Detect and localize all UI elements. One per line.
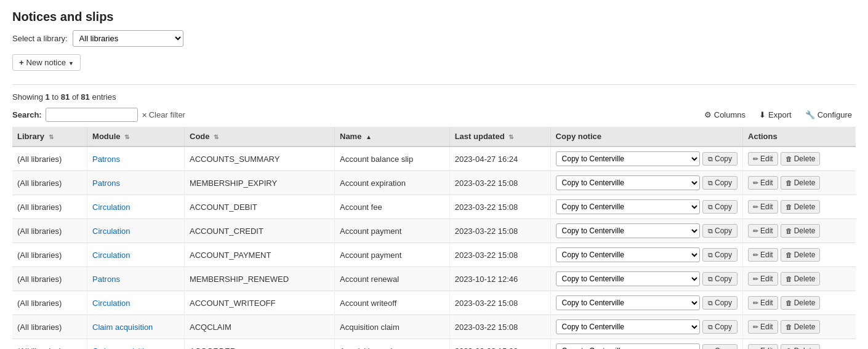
col-code-label: Code [190,132,210,141]
module-link[interactable]: Circulation [92,251,130,260]
edit-label: Edit [760,275,773,283]
cell-code: MEMBERSHIP_RENEWED [185,267,335,291]
cell-library: (All libraries) [12,243,87,267]
module-link[interactable]: Patrons [92,154,120,164]
library-select[interactable]: All libraries Centerville Branch 2 [73,30,183,47]
edit-button[interactable]: Edit [748,152,778,166]
edit-icon [753,227,758,235]
copy-notice-button[interactable]: Copy [702,344,737,349]
cell-name: Acquisition order [335,339,450,350]
delete-button[interactable]: Delete [781,296,821,310]
delete-button[interactable]: Delete [781,176,821,190]
cell-code: ACCOUNT_PAYMENT [185,243,335,267]
cell-copy-notice: Copy to CentervilleCopy to Branch 2Copy [550,146,742,171]
module-link[interactable]: Patrons [92,179,120,188]
columns-label: Columns [714,110,745,119]
module-link[interactable]: Circulation [92,227,130,236]
cell-module: Claim acquisition [87,315,185,339]
col-code[interactable]: Code ⇅ [185,127,335,146]
new-notice-button[interactable]: New notice [12,54,81,71]
cell-code: ACCOUNTS_SUMMARY [185,146,335,171]
copy-notice-button[interactable]: Copy [702,224,737,238]
module-link[interactable]: Patrons [92,275,120,284]
copy-notice-button[interactable]: Copy [702,272,737,286]
copy-notice-button[interactable]: Copy [702,176,737,190]
delete-button[interactable]: Delete [781,320,821,334]
trash-icon [786,227,792,235]
copy-notice-button[interactable]: Copy [702,152,737,166]
cell-copy-notice: Copy to CentervilleCopy to Branch 2Copy [550,195,742,219]
table-row: (All libraries)CirculationACCOUNT_PAYMEN… [12,243,856,267]
col-module[interactable]: Module ⇅ [87,127,185,146]
copy-btn-label: Copy [715,275,732,283]
cell-library: (All libraries) [12,195,87,219]
copy-notice-select[interactable]: Copy to CentervilleCopy to Branch 2 [556,151,700,166]
cell-copy-notice: Copy to CentervilleCopy to Branch 2Copy [550,267,742,291]
x-icon [142,110,147,119]
module-link[interactable]: Order acquisition [92,347,153,350]
delete-button[interactable]: Delete [781,272,821,286]
edit-button[interactable]: Edit [748,200,778,214]
edit-icon [753,154,758,163]
copy-notice-button[interactable]: Copy [702,200,737,214]
copy-icon [708,299,713,307]
cell-actions: EditDelete [743,267,856,291]
edit-icon [753,347,758,349]
module-link[interactable]: Circulation [92,299,130,308]
col-copy-notice-label: Copy notice [556,132,601,141]
trash-icon [786,275,792,283]
divider [12,84,856,85]
configure-button[interactable]: Configure [802,108,856,122]
edit-button[interactable]: Edit [748,344,778,349]
copy-notice-select[interactable]: Copy to CentervilleCopy to Branch 2 [556,271,700,286]
copy-notice-button[interactable]: Copy [702,320,737,334]
copy-notice-select[interactable]: Copy to CentervilleCopy to Branch 2 [556,223,700,238]
cell-actions: EditDelete [743,219,856,243]
cell-module: Patrons [87,267,185,291]
edit-label: Edit [760,154,773,163]
edit-button[interactable]: Edit [748,176,778,190]
copy-notice-select[interactable]: Copy to CentervilleCopy to Branch 2 [556,175,700,190]
copy-btn-label: Copy [715,227,732,235]
delete-button[interactable]: Delete [781,200,821,214]
search-input[interactable] [46,108,138,122]
delete-label: Delete [794,299,816,307]
edit-button[interactable]: Edit [748,320,778,334]
copy-notice-button[interactable]: Copy [702,296,737,310]
cell-copy-notice: Copy to CentervilleCopy to Branch 2Copy [550,243,742,267]
table-row: (All libraries)PatronsACCOUNTS_SUMMARYAc… [12,146,856,171]
library-select-row: Select a library: All libraries Centervi… [12,30,856,47]
copy-notice-select[interactable]: Copy to CentervilleCopy to Branch 2 [556,247,700,262]
cell-copy-notice: Copy to CentervilleCopy to Branch 2Copy [550,315,742,339]
delete-button[interactable]: Delete [781,344,821,349]
edit-icon [753,179,758,187]
cell-library: (All libraries) [12,315,87,339]
columns-button[interactable]: Columns [701,108,749,122]
module-link[interactable]: Circulation [92,203,130,212]
delete-button[interactable]: Delete [781,224,821,238]
download-icon [759,110,766,119]
col-last-updated[interactable]: Last updated ⇅ [449,127,550,146]
export-button[interactable]: Export [755,108,795,122]
edit-button[interactable]: Edit [748,224,778,238]
delete-button[interactable]: Delete [781,152,821,166]
edit-button[interactable]: Edit [748,272,778,286]
col-name[interactable]: Name ▲ [335,127,450,146]
copy-notice-select[interactable]: Copy to CentervilleCopy to Branch 2 [556,319,700,334]
cell-last-updated: 2023-03-22 15:08 [449,339,550,350]
copy-notice-select[interactable]: Copy to CentervilleCopy to Branch 2 [556,199,700,214]
cell-last-updated: 2023-03-22 15:08 [449,291,550,315]
edit-button[interactable]: Edit [748,296,778,310]
copy-notice-button[interactable]: Copy [702,248,737,262]
trash-icon [786,251,792,259]
col-library[interactable]: Library ⇅ [12,127,87,146]
module-link[interactable]: Claim acquisition [92,323,153,332]
delete-button[interactable]: Delete [781,248,821,262]
edit-button[interactable]: Edit [748,248,778,262]
clear-filter-button[interactable]: Clear filter [142,110,185,119]
cell-module: Circulation [87,219,185,243]
edit-icon [753,275,758,283]
copy-notice-select[interactable]: Copy to CentervilleCopy to Branch 2 [556,343,700,349]
edit-label: Edit [760,323,773,331]
copy-notice-select[interactable]: Copy to CentervilleCopy to Branch 2 [556,295,700,310]
